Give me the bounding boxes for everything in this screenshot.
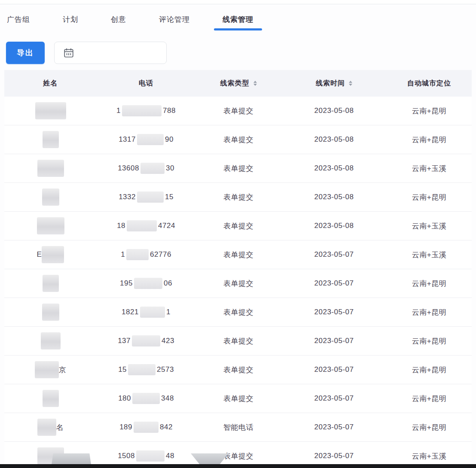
lead-type-cell: 表单提交	[195, 307, 281, 317]
city-cell: 云南+昆明	[387, 106, 472, 116]
table-row[interactable]: 19506表单提交2023-05-07云南+昆明	[4, 269, 472, 298]
phone-cell: 19506	[97, 278, 195, 289]
phone-cell: 131790	[97, 134, 195, 145]
table-row[interactable]: 180348表单提交2023-05-07云南+昆明	[4, 384, 472, 413]
sort-icon-lead-time[interactable]	[349, 81, 352, 86]
lead-type-cell: 表单提交	[195, 192, 281, 202]
name-cell: 名	[4, 419, 97, 436]
lead-type-cell: 表单提交	[195, 365, 281, 375]
name-cell	[4, 102, 97, 119]
phone-cell: 18211	[97, 307, 195, 318]
lead-type-cell: 表单提交	[195, 336, 281, 346]
table-row[interactable]: 18211表单提交2023-05-07云南+昆明	[4, 298, 472, 327]
redacted-name-blur	[43, 131, 59, 148]
phone-cell: 189842	[97, 422, 195, 433]
table-row[interactable]: 京152573表单提交2023-05-07云南+昆明	[4, 356, 472, 384]
lead-type-cell: 表单提交	[195, 106, 281, 116]
table-row[interactable]: 名189842智能电话2023-05-07云南+昆明	[4, 413, 472, 442]
toolbar: 导出	[6, 42, 476, 64]
table-row[interactable]: 131790表单提交2023-05-08云南+昆明	[4, 125, 472, 154]
tab-lead-management[interactable]: 线索管理	[223, 15, 253, 30]
phone-cell: 180348	[97, 393, 195, 404]
name-cell: 京	[4, 361, 97, 378]
tab-ad-group[interactable]: 广告组	[7, 15, 30, 30]
phone-cell: 162776	[97, 249, 195, 260]
name-cell	[4, 217, 97, 234]
redacted-name-blur	[37, 160, 64, 177]
table-row[interactable]: 137423表单提交2023-05-07云南+昆明	[4, 327, 472, 356]
city-cell: 云南+玉溪	[387, 164, 472, 173]
table-body: 1788表单提交2023-05-08云南+昆明131790表单提交2023-05…	[4, 97, 472, 468]
column-header-city-label: 自动城市定位	[407, 79, 451, 88]
redaction-smudge	[52, 453, 91, 465]
redacted-name-blur	[42, 188, 59, 206]
table-row[interactable]: 133215表单提交2023-05-08云南+昆明	[4, 183, 472, 212]
redacted-name-blur	[37, 217, 64, 234]
city-cell: 云南+昆明	[387, 394, 472, 404]
table-row[interactable]: 1788表单提交2023-05-08云南+昆明	[4, 97, 472, 125]
city-cell: 云南+昆明	[387, 365, 472, 375]
redacted-name-blur	[35, 361, 59, 378]
lead-type-cell: 智能电话	[195, 422, 281, 432]
tab-plan[interactable]: 计划	[63, 15, 78, 30]
lead-type-cell: 表单提交	[195, 135, 281, 145]
redacted-phone-blur	[140, 307, 165, 318]
lead-type-cell: 表单提交	[195, 279, 281, 289]
redacted-phone-blur	[136, 450, 165, 462]
redacted-phone-blur	[137, 191, 164, 203]
name-cell	[4, 160, 97, 177]
phone-cell: 1360830	[97, 163, 195, 174]
calendar-icon	[63, 47, 74, 58]
leads-table: 姓名 电话 线索类型 线索时间 自动城市定位 1788表单提交2023-05-0…	[4, 70, 472, 468]
lead-time-cell: 2023-05-08	[281, 135, 387, 144]
tab-creative[interactable]: 创意	[111, 15, 126, 30]
redacted-phone-blur	[137, 134, 164, 145]
lead-time-cell: 2023-05-07	[281, 337, 387, 345]
redacted-phone-blur	[127, 220, 157, 231]
lead-type-cell: 表单提交	[195, 221, 281, 231]
column-header-lead-time: 线索时间	[281, 79, 387, 88]
phone-cell: 150848	[97, 450, 195, 462]
name-cell	[4, 188, 97, 206]
lead-time-cell: 2023-05-07	[281, 423, 387, 432]
lead-time-cell: 2023-05-07	[281, 365, 387, 374]
redacted-phone-blur	[134, 422, 159, 433]
lead-time-cell: 2023-05-08	[281, 106, 387, 115]
redacted-phone-blur	[128, 364, 156, 375]
column-header-name-label: 姓名	[43, 79, 58, 88]
city-cell: 云南+昆明	[387, 307, 472, 317]
column-header-phone: 电话	[97, 79, 195, 88]
city-cell: 云南+昆明	[387, 192, 472, 202]
redacted-name-blur	[37, 419, 56, 436]
column-header-lead-type: 线索类型	[195, 79, 281, 88]
top-divider	[0, 0, 476, 4]
lead-time-cell: 2023-05-08	[281, 222, 387, 230]
phone-cell: 184724	[97, 220, 195, 231]
table-row[interactable]: 1360830表单提交2023-05-08云南+玉溪	[4, 154, 472, 183]
city-cell: 云南+昆明	[387, 336, 472, 346]
table-row[interactable]: 184724表单提交2023-05-08云南+玉溪	[4, 212, 472, 240]
lead-time-cell: 2023-05-08	[281, 193, 387, 201]
redacted-name-blur	[42, 246, 64, 263]
name-cell	[4, 390, 97, 407]
name-cell	[4, 332, 97, 349]
redacted-name-blur	[41, 332, 61, 349]
column-header-lead-time-label: 线索时间	[316, 79, 345, 88]
column-header-phone-label: 电话	[139, 79, 153, 88]
city-cell: 云南+昆明	[387, 422, 472, 432]
redacted-name-blur	[35, 102, 66, 119]
city-cell: 云南+玉溪	[387, 451, 472, 461]
city-cell: 云南+昆明	[387, 279, 472, 289]
table-row[interactable]: E162776表单提交2023-05-07云南+玉溪	[4, 240, 472, 269]
sort-icon-lead-type[interactable]	[253, 81, 257, 86]
redacted-phone-blur	[132, 393, 160, 404]
name-cell	[4, 304, 97, 321]
redacted-phone-blur	[126, 249, 149, 260]
lead-type-cell: 表单提交	[195, 164, 281, 173]
phone-cell: 152573	[97, 364, 195, 375]
redacted-name-blur	[42, 304, 59, 321]
tab-comment-management[interactable]: 评论管理	[159, 15, 190, 30]
redacted-name-blur	[43, 275, 59, 292]
export-button[interactable]: 导出	[6, 42, 45, 64]
date-range-input[interactable]	[54, 42, 167, 64]
